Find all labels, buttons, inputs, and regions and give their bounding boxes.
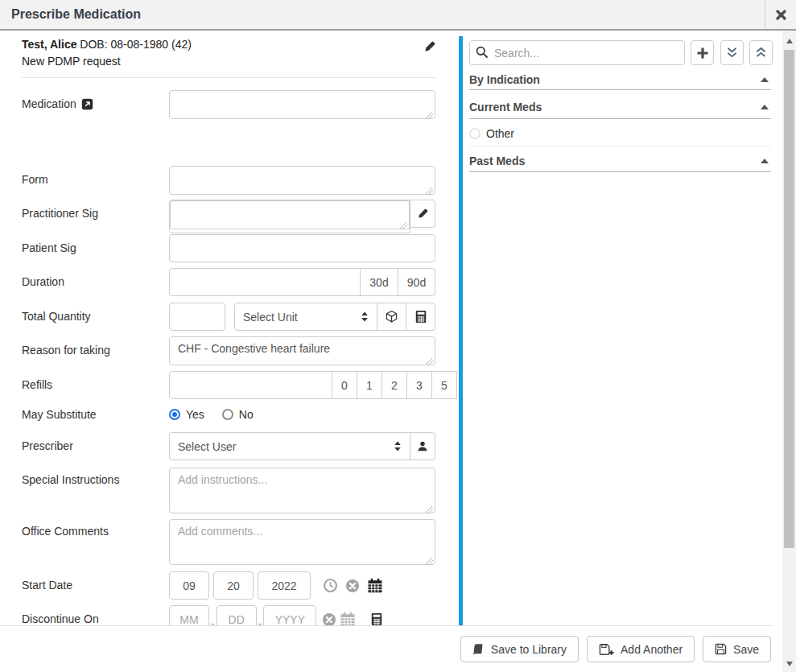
- collapse-caret-icon[interactable]: [761, 105, 769, 109]
- cube-icon: [385, 310, 398, 324]
- radio-other-icon[interactable]: [469, 128, 480, 139]
- save-icon: [715, 643, 727, 655]
- calendar-icon[interactable]: [367, 578, 383, 593]
- start-month-input[interactable]: [169, 571, 209, 600]
- clear-date-icon[interactable]: [322, 612, 336, 626]
- duration-label: Duration: [22, 275, 64, 288]
- refills-row: Refills 0 1 2 3 5 11: [22, 371, 435, 399]
- edit-sig-button[interactable]: [410, 200, 435, 228]
- refills-3-button[interactable]: 3: [406, 371, 432, 399]
- refills-2-button[interactable]: 2: [382, 371, 407, 399]
- practitioner-sig-label: Practitioner Sig: [22, 207, 98, 220]
- practitioner-sig-row: Practitioner Sig: [22, 200, 435, 233]
- section-current-meds[interactable]: Current Meds: [469, 101, 771, 113]
- refills-0-button[interactable]: 0: [332, 371, 357, 399]
- medication-library-panel: By Indication Current Meds Other Past Me…: [459, 31, 782, 625]
- save-to-library-button[interactable]: Save to Library: [460, 636, 579, 662]
- unit-select[interactable]: Select Unit: [234, 303, 377, 331]
- discontinue-year-input[interactable]: [263, 605, 316, 625]
- collapse-caret-icon[interactable]: [761, 159, 769, 163]
- radio-no-icon[interactable]: [222, 409, 233, 420]
- book-icon: [472, 643, 485, 656]
- refills-label: Refills: [22, 378, 52, 391]
- section-divider: [469, 89, 771, 90]
- refills-input[interactable]: [169, 371, 332, 399]
- quantity-input[interactable]: [169, 303, 225, 331]
- prescriber-label: Prescriber: [22, 439, 73, 452]
- date-separator: -: [258, 617, 262, 625]
- pdmp-request-link[interactable]: New PDMP request: [22, 53, 435, 70]
- total-quantity-label: Total Quantity: [22, 310, 91, 323]
- scroll-down-icon[interactable]: [782, 657, 796, 670]
- refills-1-button[interactable]: 1: [357, 371, 382, 399]
- start-year-input[interactable]: [258, 571, 311, 600]
- section-by-indication[interactable]: By Indication: [469, 73, 771, 86]
- radio-yes-icon[interactable]: [169, 409, 180, 420]
- calculator-button[interactable]: [406, 303, 435, 331]
- office-comments-label: Office Comments: [22, 525, 109, 538]
- section-past-meds[interactable]: Past Meds: [469, 155, 771, 167]
- collapse-caret-icon[interactable]: [761, 77, 769, 82]
- discontinue-label: Discontinue On: [22, 612, 99, 625]
- discontinue-row: Discontinue On - -: [22, 605, 435, 625]
- refills-5-button[interactable]: 5: [431, 371, 457, 399]
- special-instructions-label: Special Instructions: [22, 473, 119, 486]
- clock-icon[interactable]: [323, 578, 338, 593]
- scroll-up-icon[interactable]: [782, 34, 796, 47]
- office-comments-row: Office Comments: [22, 519, 435, 568]
- clear-date-icon[interactable]: [345, 579, 360, 593]
- item-divider: [469, 146, 771, 146]
- edit-patient-pencil-icon[interactable]: [423, 41, 435, 53]
- external-link-icon[interactable]: [81, 97, 93, 110]
- prescriber-row: Prescriber Select User: [22, 432, 435, 460]
- panel-accent-bar: [459, 36, 463, 625]
- search-input[interactable]: [469, 40, 685, 65]
- duration-30d-button[interactable]: 30d: [360, 268, 398, 296]
- medication-input[interactable]: [169, 90, 435, 119]
- vertical-scrollbar[interactable]: [782, 31, 796, 672]
- modal-footer: Save to Library Add Another Save: [0, 625, 773, 672]
- prescription-form: Test, Alice DOB: 08-08-1980 (42) New PDM…: [0, 31, 457, 625]
- add-medication-button[interactable]: [691, 40, 714, 65]
- expand-all-button[interactable]: [720, 40, 744, 65]
- reason-input[interactable]: CHF - Congestive heart failure: [169, 336, 435, 365]
- patient-divider: [22, 77, 435, 78]
- section-divider: [469, 171, 771, 172]
- total-quantity-row: Total Quantity Select Unit: [22, 303, 435, 331]
- scrollbar-thumb[interactable]: [784, 50, 794, 548]
- special-instructions-input[interactable]: [169, 468, 435, 513]
- duration-90d-button[interactable]: 90d: [398, 268, 435, 296]
- form-input[interactable]: [169, 166, 435, 195]
- practitioner-sig-input[interactable]: [170, 200, 410, 229]
- add-another-button[interactable]: Add Another: [587, 636, 695, 662]
- medication-row: Medication: [22, 90, 435, 122]
- special-instructions-row: Special Instructions: [22, 468, 435, 517]
- close-button[interactable]: [765, 0, 796, 29]
- start-date-row: Start Date: [22, 571, 435, 600]
- package-button[interactable]: [377, 303, 406, 331]
- patient-sig-input[interactable]: [169, 234, 435, 262]
- close-icon[interactable]: [775, 9, 787, 21]
- substitute-yes-option[interactable]: Yes: [169, 408, 204, 421]
- may-substitute-label: May Substitute: [22, 408, 97, 421]
- save-button[interactable]: Save: [703, 636, 771, 662]
- office-comments-input[interactable]: [169, 519, 435, 565]
- start-day-input[interactable]: [213, 571, 254, 600]
- current-med-other-option[interactable]: Other: [469, 127, 771, 140]
- select-user-button[interactable]: [410, 432, 435, 460]
- section-divider: [469, 118, 771, 119]
- calendar-icon[interactable]: [340, 612, 356, 625]
- refills-11-button[interactable]: 11: [456, 371, 457, 399]
- discontinue-day-input[interactable]: [217, 605, 257, 625]
- form-label: Form: [22, 173, 48, 186]
- discontinue-month-input[interactable]: [169, 605, 209, 625]
- prescriber-select[interactable]: Select User: [169, 432, 410, 460]
- plus-icon: [696, 47, 709, 60]
- calculator-icon[interactable]: [370, 612, 383, 625]
- medication-label: Medication: [22, 90, 169, 122]
- duration-input[interactable]: [169, 268, 361, 296]
- patient-sig-label: Patient Sig: [22, 241, 76, 254]
- collapse-all-button[interactable]: [749, 40, 773, 65]
- reason-label: Reason for taking: [22, 344, 110, 357]
- substitute-no-option[interactable]: No: [222, 408, 254, 421]
